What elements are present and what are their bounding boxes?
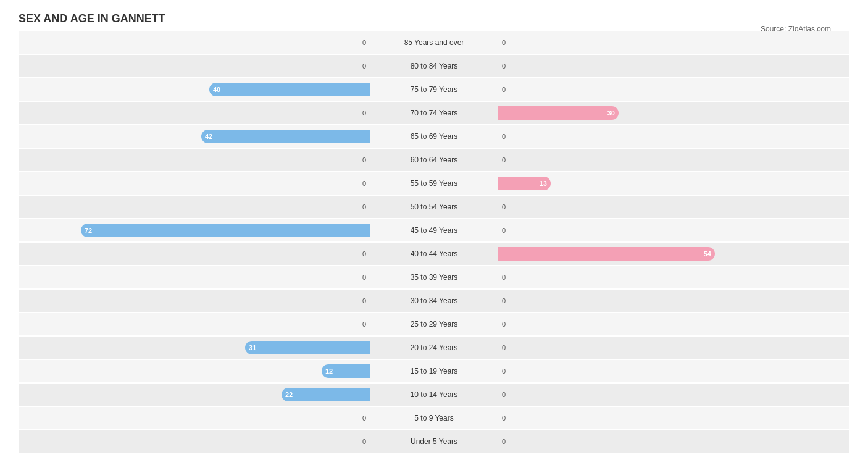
male-side: 0: [19, 250, 372, 258]
male-side: 0: [19, 109, 372, 117]
chart-row: 060 to 64 Years0: [19, 149, 849, 171]
female-side: 0: [496, 133, 849, 140]
chart-row: 050 to 54 Years0: [19, 196, 849, 218]
chart-row: 7245 to 49 Years0: [19, 219, 849, 241]
female-side: 0: [496, 414, 849, 422]
male-bar-value: 31: [249, 344, 256, 351]
male-side: 42: [19, 130, 372, 143]
male-side: 31: [19, 341, 372, 354]
chart-row: 030 to 34 Years0: [19, 290, 849, 312]
female-side: 0: [496, 39, 849, 46]
male-side: 0: [19, 156, 372, 164]
female-side: 54: [496, 247, 849, 261]
age-label: 25 to 29 Years: [372, 320, 496, 329]
male-zero: 0: [362, 250, 366, 258]
female-side: 0: [496, 344, 849, 351]
male-side: 72: [19, 224, 372, 237]
chart-row: 035 to 39 Years0: [19, 266, 849, 288]
age-label: 75 to 79 Years: [372, 85, 496, 94]
female-zero: 0: [502, 414, 506, 422]
female-zero: 0: [502, 274, 506, 281]
female-zero: 0: [502, 367, 506, 375]
female-side: 0: [496, 62, 849, 70]
male-zero: 0: [362, 109, 366, 117]
male-bar: 42: [201, 130, 370, 143]
age-label: 15 to 19 Years: [372, 367, 496, 375]
age-label: 65 to 69 Years: [372, 132, 496, 141]
female-side: 0: [496, 367, 849, 375]
female-bar-value: 30: [607, 109, 615, 117]
age-label: 10 to 14 Years: [372, 390, 496, 399]
male-bar: 22: [282, 388, 370, 401]
male-bar-value: 72: [85, 227, 92, 234]
male-zero: 0: [362, 62, 366, 70]
female-bar: 13: [498, 177, 551, 190]
chart-area: 085 Years and over0080 to 84 Years04075 …: [19, 31, 849, 453]
female-zero: 0: [502, 297, 506, 304]
age-label: 50 to 54 Years: [372, 203, 496, 211]
male-zero: 0: [362, 156, 366, 164]
chart-row: 2210 to 14 Years0: [19, 384, 849, 406]
female-zero: 0: [502, 344, 506, 351]
female-zero: 0: [502, 156, 506, 164]
female-zero: 0: [502, 203, 506, 211]
female-zero: 0: [502, 39, 506, 46]
female-side: 0: [496, 438, 849, 445]
chart-row: 3120 to 24 Years0: [19, 337, 849, 359]
female-zero: 0: [502, 62, 506, 70]
female-side: 0: [496, 86, 849, 93]
male-bar: 72: [81, 224, 370, 237]
chart-row: 055 to 59 Years13: [19, 172, 849, 195]
male-bar-value: 40: [213, 86, 220, 93]
female-side: 0: [496, 391, 849, 398]
chart-row: 080 to 84 Years0: [19, 55, 849, 77]
male-zero: 0: [362, 180, 366, 187]
chart-row: 025 to 29 Years0: [19, 313, 849, 335]
male-side: 0: [19, 321, 372, 328]
female-side: 0: [496, 321, 849, 328]
age-label: Under 5 Years: [372, 437, 496, 446]
male-bar-value: 12: [325, 367, 333, 375]
female-bar-value: 13: [540, 180, 547, 187]
male-bar: 12: [322, 364, 370, 378]
age-label: 45 to 49 Years: [372, 226, 496, 235]
male-zero: 0: [362, 297, 366, 304]
male-zero: 0: [362, 39, 366, 46]
chart-title: SEX AND AGE IN GANNETT: [19, 12, 849, 25]
age-label: 60 to 64 Years: [372, 156, 496, 164]
age-label: 5 to 9 Years: [372, 414, 496, 422]
female-side: 0: [496, 227, 849, 234]
chart-row: 070 to 74 Years30: [19, 102, 849, 124]
female-zero: 0: [502, 227, 506, 234]
age-label: 80 to 84 Years: [372, 62, 496, 70]
male-side: 22: [19, 388, 372, 401]
female-side: 13: [496, 177, 849, 190]
male-side: 0: [19, 62, 372, 70]
female-zero: 0: [502, 86, 506, 93]
male-zero: 0: [362, 414, 366, 422]
female-side: 0: [496, 297, 849, 304]
female-zero: 0: [502, 321, 506, 328]
age-label: 70 to 74 Years: [372, 109, 496, 117]
age-label: 20 to 24 Years: [372, 343, 496, 352]
male-bar: 40: [209, 83, 370, 96]
male-side: 0: [19, 180, 372, 187]
chart-row: 4265 to 69 Years0: [19, 125, 849, 148]
male-bar-value: 42: [205, 133, 212, 140]
male-zero: 0: [362, 321, 366, 328]
female-side: 0: [496, 203, 849, 211]
chart-row: 4075 to 79 Years0: [19, 78, 849, 101]
chart-row: 05 to 9 Years0: [19, 407, 849, 429]
age-label: 30 to 34 Years: [372, 296, 496, 305]
male-side: 0: [19, 414, 372, 422]
male-zero: 0: [362, 438, 366, 445]
age-label: 55 to 59 Years: [372, 179, 496, 188]
chart-row: 0Under 5 Years0: [19, 430, 849, 453]
female-bar: 54: [498, 247, 715, 261]
male-side: 0: [19, 39, 372, 46]
female-zero: 0: [502, 133, 506, 140]
age-label: 40 to 44 Years: [372, 249, 496, 258]
male-zero: 0: [362, 274, 366, 281]
male-side: 0: [19, 203, 372, 211]
male-side: 40: [19, 83, 372, 96]
